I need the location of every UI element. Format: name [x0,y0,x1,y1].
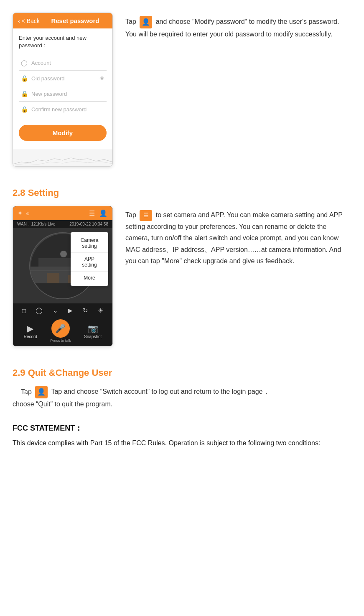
section-29-text: Tap 👤 Tap and choose “Switch account” to… [13,386,351,398]
reset-title: Reset password [43,17,107,24]
old-password-placeholder: Old password [31,75,96,82]
back-arrow-icon: ‹ [18,18,20,24]
section-28: 2.8 Setting ❖ ☺ ☰ 👤 WAN ↓ 121Kb/s L [13,187,351,346]
section-29: 2.9 Quit &Change User Tap 👤 Tap and choo… [13,367,351,411]
modify-button[interactable]: Modify [19,125,107,141]
menu-icon[interactable]: ☰ [89,209,95,217]
smiley-icon: ☺ [25,211,30,216]
section-28-content: ❖ ☺ ☰ 👤 WAN ↓ 121Kb/s Live 2019-09-22 10… [13,206,351,346]
camera-setting-item[interactable]: Camerasetting [71,234,108,253]
app-setting-item[interactable]: APPsetting [71,253,108,272]
talk-button-group: 🎤 Press to talk [50,319,71,343]
section-29-text-2: choose “Quit” to quit the program. [13,398,351,411]
share-icon: ❖ [18,210,22,216]
camera-topbar: ❖ ☺ ☰ 👤 [13,206,112,220]
cam-topbar-icons: ☰ 👤 [89,209,107,217]
record-label: Record [24,334,37,339]
reset-topbar: ‹ < Back Reset password [13,13,112,28]
account-field[interactable]: ◯ Account [19,55,107,71]
svg-point-6 [60,251,67,257]
snapshot-label: Snapshot [84,334,102,339]
eye-icon: 👁 [99,75,105,82]
brightness-icon[interactable]: ☀ [98,307,103,314]
camera-phone-mockup: ❖ ☺ ☰ 👤 WAN ↓ 121Kb/s Live 2019-09-22 10… [13,206,113,346]
phone-footer-decor [13,149,112,166]
tap-label-3: Tap [13,388,33,395]
section-29-heading: 2.9 Quit &Change User [13,367,351,378]
talk-label: Press to talk [50,339,71,343]
fcc-section: FCC STATEMENT： This device complies with… [13,423,351,449]
new-password-placeholder: New password [31,91,105,97]
reset-description-text: Tap 👤 and choose "Modify password" to mo… [125,13,351,40]
menu-lines-icon: ☰ [140,210,152,221]
old-password-icon: 🔒 [20,74,28,82]
quit-text-1: Tap and choose “Switch account” to log o… [51,388,269,395]
new-password-field[interactable]: 🔒 New password [19,86,107,102]
cam-controls-row: □ ◯ ⌄ ▶ ↻ ☀ [13,303,112,316]
reset-description: Enter your account and new password : [19,34,107,49]
new-password-icon: 🔒 [20,90,28,98]
camera-popup-menu: Camerasetting APPsetting More [71,232,108,286]
confirm-password-placeholder: Confirm new password [31,106,105,113]
cam-topbar-left: ❖ ☺ [18,210,30,216]
cam-status-bar: WAN ↓ 121Kb/s Live 2019-09-22 10:34:58 [13,220,112,228]
back-button[interactable]: ‹ < Back [18,18,40,24]
fcc-text: This device complies with Part 15 of the… [13,437,351,449]
account-icon: ◯ [20,59,28,67]
tap-label-2: Tap [125,211,138,218]
square-icon[interactable]: □ [22,307,26,314]
speaker-icon[interactable]: ▶ [68,307,73,314]
setting-description-text: Tap ☰ to set camera and APP. You can mak… [125,206,351,267]
more-item[interactable]: More [71,272,108,284]
mic-button[interactable]: 🎤 [51,319,70,338]
snapshot-icon: 📷 [88,323,98,334]
user-icon: 👤 [140,16,152,28]
snapshot-button[interactable]: 📷 Snapshot [84,323,102,339]
record-button[interactable]: ▶ Record [24,323,37,339]
svg-rect-4 [47,273,59,283]
old-password-field[interactable]: 🔒 Old password 👁 [19,71,107,86]
quit-text-2: choose “Quit” to quit the program. [13,400,112,408]
cam-timestamp: 2019-09-22 10:34:58 [69,222,108,226]
record-icon: ▶ [27,323,33,334]
user-profile-icon[interactable]: 👤 [99,209,107,217]
user-icon-2: 👤 [35,386,48,398]
loop-icon[interactable]: ↻ [83,307,88,314]
reset-password-section: ‹ < Back Reset password Enter your accou… [13,13,351,167]
wan-speed-label: WAN ↓ 121Kb/s Live [17,222,55,226]
reset-desc-content: and choose "Modify password" to modify t… [125,18,339,38]
reset-body: Enter your account and new password : ◯ … [13,28,112,149]
cam-bottom-bar: ▶ Record 🎤 Press to talk 📷 Snapshot [13,316,112,346]
tap-label: Tap [125,18,138,25]
reset-phone-mockup: ‹ < Back Reset password Enter your accou… [13,13,113,167]
confirm-password-field[interactable]: 🔒 Confirm new password [19,102,107,117]
fcc-title: FCC STATEMENT： [13,423,351,433]
chevron-down-icon[interactable]: ⌄ [53,307,58,314]
clock-icon[interactable]: ◯ [36,307,43,314]
back-label: < Back [22,18,40,24]
setting-desc-content: to set camera and APP. You can make came… [125,211,343,264]
section-28-heading: 2.8 Setting [13,187,351,198]
account-placeholder: Account [31,60,105,66]
confirm-password-icon: 🔒 [20,105,28,113]
camera-view: Camerasetting APPsetting More [13,228,112,303]
